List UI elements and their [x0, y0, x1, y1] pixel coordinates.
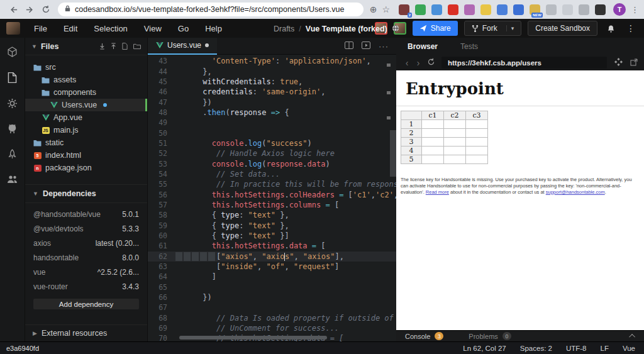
- external-resources-header[interactable]: ▶ External resources: [25, 324, 147, 341]
- header-kebab-icon[interactable]: ⋮: [624, 23, 638, 33]
- doc-extension-icon[interactable]: [562, 4, 573, 15]
- code-line-56[interactable]: 56 this.hotSettings.colHeaders = ['c1','…: [148, 189, 396, 199]
- handsontable-grid[interactable]: c1c2c3 12345: [401, 111, 488, 164]
- tab-tests[interactable]: Tests: [460, 42, 478, 51]
- code-line-57[interactable]: 57 this.hotSettings.columns = [: [148, 200, 396, 210]
- share-button[interactable]: Share: [413, 21, 458, 36]
- grid-cell[interactable]: [444, 147, 466, 155]
- new-extension-icon[interactable]: NEW: [530, 4, 540, 15]
- grid-row-header[interactable]: 4: [401, 147, 422, 155]
- code-line-53[interactable]: 53 console.log(response.data): [148, 158, 396, 169]
- dependency-vue[interactable]: vue^2.5.2 (2.6...: [25, 265, 147, 279]
- grid-cell[interactable]: [466, 155, 488, 164]
- file-src[interactable]: src: [25, 61, 147, 74]
- editor-ellipsis-icon[interactable]: ···: [379, 41, 389, 51]
- grid-row-header[interactable]: 1: [401, 120, 422, 129]
- fork-dropdown-caret[interactable]: ▾: [506, 25, 514, 31]
- read-more-link[interactable]: Read more: [426, 189, 449, 195]
- create-sandbox-button[interactable]: Create Sandbox: [528, 21, 597, 36]
- grid-row-header[interactable]: 3: [401, 138, 422, 147]
- menu-go[interactable]: Go: [178, 24, 189, 33]
- grid-cell[interactable]: [422, 120, 444, 129]
- upload-icon[interactable]: [111, 41, 116, 52]
- status-utf-8[interactable]: UTF-8: [566, 345, 587, 352]
- new-folder-icon[interactable]: [133, 41, 141, 52]
- menu-help[interactable]: Help: [205, 24, 222, 33]
- preview-refresh-icon[interactable]: [427, 57, 435, 69]
- grid-row-header[interactable]: 2: [401, 129, 422, 138]
- file-App.vue[interactable]: App.vue: [25, 111, 147, 124]
- grid-cell[interactable]: [466, 120, 488, 129]
- browser-forward-icon[interactable]: [21, 1, 38, 18]
- external-resources-caret[interactable]: ▶: [33, 330, 37, 336]
- grid-cell[interactable]: [444, 120, 466, 129]
- status-spaces[interactable]: Spaces: 2: [520, 345, 552, 352]
- code-line-59[interactable]: 59 { type: "text" },: [148, 221, 396, 231]
- problems-tab[interactable]: Problems: [469, 333, 497, 340]
- shield-extension-icon[interactable]: 2: [399, 4, 409, 15]
- menu-edit[interactable]: Edit: [64, 24, 77, 33]
- browser-profile-avatar[interactable]: T: [613, 3, 626, 16]
- grid-col-header[interactable]: c2: [444, 111, 466, 120]
- send-to-device-icon[interactable]: ⊕: [370, 4, 377, 14]
- files-collapse-caret[interactable]: ▼: [31, 43, 37, 50]
- files-header[interactable]: ▼ Files: [25, 38, 147, 55]
- code-line-64[interactable]: 64 ]: [148, 272, 396, 282]
- code-line-48[interactable]: 48 .then(response => {: [148, 108, 396, 118]
- chat-extension-icon[interactable]: [431, 4, 442, 15]
- code-line-55[interactable]: 55 // In practice this will be from resp…: [148, 179, 396, 189]
- file-Users.vue[interactable]: Users.vue: [25, 99, 147, 111]
- grid-cell[interactable]: [422, 138, 444, 147]
- address-bar[interactable]: codesandbox.io/s/vue-template-forked-3eh…: [58, 3, 364, 16]
- code-line-69[interactable]: 69 // UnComment for success...: [148, 323, 396, 333]
- grid-cell[interactable]: [422, 155, 444, 164]
- editor-horizontal-scrollbar[interactable]: [179, 336, 327, 340]
- deployment-rocket-icon[interactable]: [8, 149, 17, 160]
- code-line-45[interactable]: 45 withCredentials: true,: [148, 77, 396, 87]
- tab-browser[interactable]: Browser: [408, 42, 438, 51]
- grid-cell[interactable]: [466, 147, 488, 155]
- dependency-handsontable[interactable]: handsontable8.0.0: [25, 250, 147, 265]
- cap-extension-icon[interactable]: [513, 4, 524, 15]
- file-index.html[interactable]: 5index.html: [25, 149, 147, 162]
- code-line-66[interactable]: 66 }): [148, 292, 396, 302]
- code-line-52[interactable]: 52 // Handle Axios logic here: [148, 148, 396, 158]
- grid-row-header[interactable]: 5: [401, 155, 422, 164]
- breadcrumb-drafts[interactable]: Drafts: [274, 25, 294, 33]
- user-avatar[interactable]: [6, 22, 20, 35]
- grid-col-header[interactable]: c3: [466, 111, 488, 120]
- grid-col-header[interactable]: c1: [422, 111, 444, 120]
- fork-button[interactable]: Fork ▾: [464, 21, 522, 36]
- grid-cell[interactable]: [444, 129, 466, 138]
- privacy-globe-icon[interactable]: [392, 23, 399, 35]
- dependency-@vue/devtools[interactable]: @vue/devtools5.3.3: [25, 221, 147, 236]
- gray-extension-icon-2[interactable]: [579, 4, 589, 15]
- code-line-65[interactable]: 65: [148, 282, 396, 292]
- dependencies-header[interactable]: ▼ Dependencies: [25, 184, 147, 203]
- grid-cell[interactable]: [466, 138, 488, 147]
- code-lines[interactable]: 43 'Content-Type': 'application/json',44…: [148, 55, 396, 341]
- settings-gear-icon[interactable]: [7, 98, 18, 109]
- code-line-58[interactable]: 58 { type: "text" },: [148, 210, 396, 220]
- dependency-@handsontable/vue[interactable]: @handsontable/vue5.0.1: [25, 207, 147, 221]
- github-icon[interactable]: [7, 124, 18, 134]
- code-line-51[interactable]: 51 console.log("success"): [148, 138, 396, 148]
- status-vue[interactable]: Vue: [623, 345, 635, 352]
- open-preview-icon[interactable]: [362, 40, 370, 52]
- support-email-link[interactable]: support@handsontable.com: [546, 189, 605, 195]
- gray-extension-icon-1[interactable]: [546, 4, 557, 15]
- browser-back-icon[interactable]: [5, 1, 21, 18]
- preview-url-bar[interactable]: https://3ehkf.csb.app/users: [441, 57, 607, 69]
- grid-cell[interactable]: [466, 129, 488, 138]
- code-line-67[interactable]: 67: [148, 302, 396, 313]
- hand-extension-icon[interactable]: [480, 4, 491, 15]
- preview-forward-icon[interactable]: ›: [414, 58, 423, 68]
- editor-vertical-scrollbar[interactable]: [390, 130, 396, 177]
- console-expand-icon[interactable]: [629, 334, 635, 340]
- browser-refresh-icon[interactable]: [38, 1, 54, 18]
- status-ln[interactable]: Ln 62, Col 27: [463, 345, 506, 352]
- globe-extension-icon[interactable]: [415, 4, 426, 15]
- tab-users-vue[interactable]: Users.vue: [148, 38, 217, 55]
- menu-view[interactable]: View: [144, 24, 162, 33]
- download-icon[interactable]: [99, 41, 105, 52]
